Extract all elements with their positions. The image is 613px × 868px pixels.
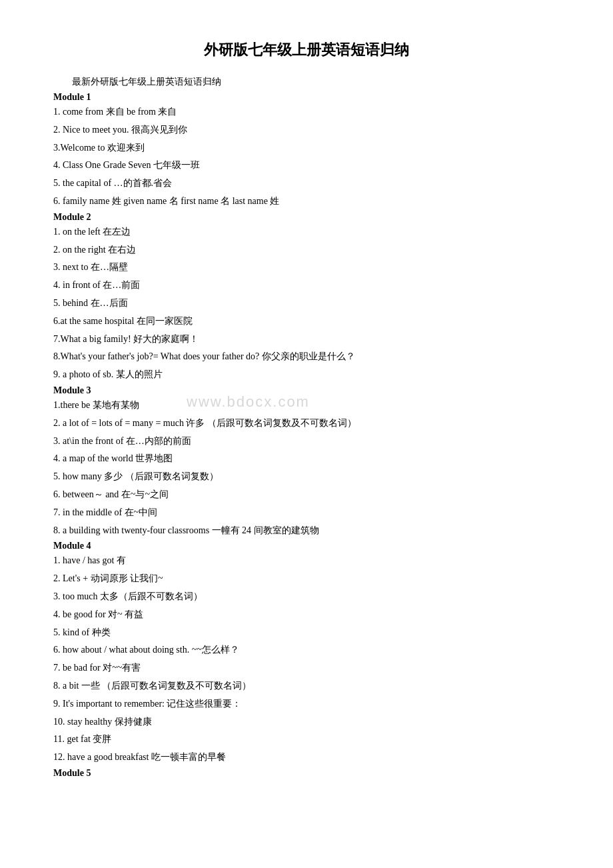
list-item: 8. a bit 一些 （后跟可数名词复数及不可数名词） <box>53 678 560 694</box>
list-item: 8. a building with twenty-four classroom… <box>53 523 560 539</box>
list-item: 4. a map of the world 世界地图 <box>53 451 560 467</box>
list-item: 4. be good for 对~ 有益 <box>53 607 560 623</box>
list-item: 7.What a big family! 好大的家庭啊！ <box>53 331 560 347</box>
list-item: 6. family name 姓 given name 名 first name… <box>53 193 560 209</box>
section-header-1: Module 1 <box>53 92 560 103</box>
list-item: 2. Let's + 动词原形 让我们~ <box>53 571 560 587</box>
list-item: 2. on the right 在右边 <box>53 242 560 258</box>
section-header-5: Module 5 <box>53 768 560 779</box>
subtitle: 最新外研版七年级上册英语短语归纳 <box>53 76 560 88</box>
list-item: 3. too much 太多（后跟不可数名词） <box>53 589 560 605</box>
list-item: 8.What's your father's job?= What does y… <box>53 349 560 365</box>
list-item: 2. Nice to meet you. 很高兴见到你 <box>53 122 560 138</box>
page-title: 外研版七年级上册英语短语归纳 <box>53 40 560 60</box>
list-item: 7. in the middle of 在~中间 <box>53 505 560 521</box>
section-header-3: Module 3 <box>53 385 560 396</box>
list-item: 1. on the left 在左边 <box>53 224 560 240</box>
list-item: 3.Welcome to 欢迎来到 <box>53 140 560 156</box>
list-item: 3. at\in the front of 在…内部的前面 <box>53 433 560 449</box>
list-item: 9. a photo of sb. 某人的照片 <box>53 367 560 383</box>
list-item: 10. stay healthy 保持健康 <box>53 714 560 730</box>
list-item: 4. in front of 在…前面 <box>53 277 560 293</box>
list-item: 5. behind 在…后面 <box>53 295 560 311</box>
list-item: 6. between～ and 在~与~之间 <box>53 487 560 503</box>
list-item: 4. Class One Grade Seven 七年级一班 <box>53 157 560 173</box>
list-item: 1. have / has got 有 <box>53 553 560 569</box>
list-item: 5. kind of 种类 <box>53 625 560 641</box>
list-item: 1. come from 来自 be from 来自 <box>53 104 560 120</box>
list-item: 11. get fat 变胖 <box>53 731 560 747</box>
list-item: 1.there be 某地有某物 <box>53 397 560 413</box>
list-item: 6.at the same hospital 在同一家医院 <box>53 313 560 329</box>
section-header-4: Module 4 <box>53 541 560 551</box>
list-item: 2. a lot of = lots of = many = much 许多 （… <box>53 415 560 431</box>
list-item: 3. next to 在…隔壁 <box>53 259 560 275</box>
sections-container: Module 11. come from 来自 be from 来自2. Nic… <box>53 92 560 779</box>
list-item: 7. be bad for 对~~有害 <box>53 660 560 676</box>
section-header-2: Module 2 <box>53 212 560 223</box>
list-item: 12. have a good breakfast 吃一顿丰富的早餐 <box>53 749 560 765</box>
list-item: 9. It's important to remember: 记住这些很重要： <box>53 696 560 712</box>
list-item: 6. how about / what about doing sth. ~~怎… <box>53 642 560 658</box>
list-item: 5. how many 多少 （后跟可数名词复数） <box>53 469 560 485</box>
list-item: 5. the capital of …的首都.省会 <box>53 175 560 191</box>
